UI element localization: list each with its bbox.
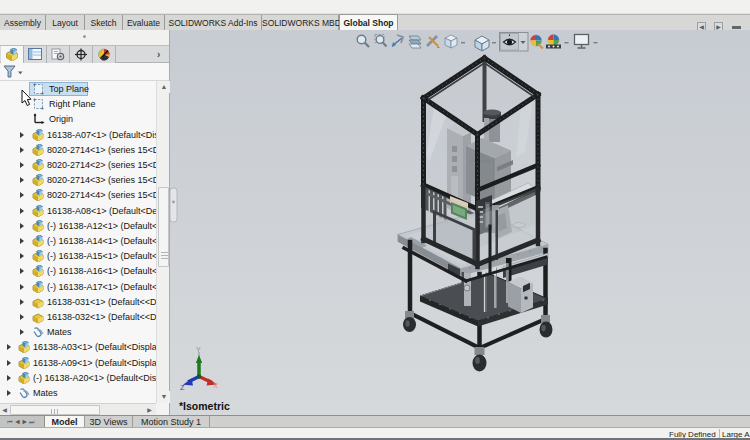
svg-text:Y: Y xyxy=(196,346,201,353)
svg-text:X: X xyxy=(213,381,218,390)
svg-text:*Isometric: *Isometric xyxy=(179,400,230,412)
svg-text:Z: Z xyxy=(180,383,185,392)
